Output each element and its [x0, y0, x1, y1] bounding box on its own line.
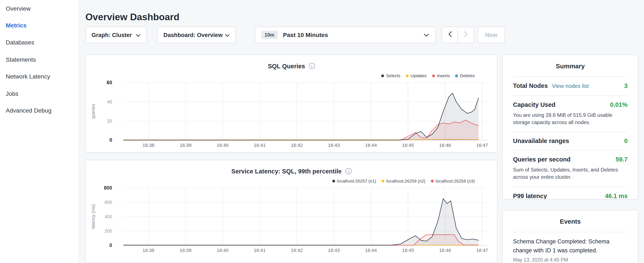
- legend-dot-icon: [406, 74, 409, 77]
- summary-row-label: Unavailable ranges: [513, 137, 569, 145]
- summary-row: Capacity Used0.01%You are using 28.6 MiB…: [513, 96, 628, 132]
- summary-row: Queries per second59.7Sum of Selects, Up…: [513, 151, 628, 187]
- time-step-buttons: [442, 27, 474, 43]
- info-icon[interactable]: i: [309, 63, 315, 69]
- summary-title: Summary: [513, 55, 628, 77]
- events-title: Events: [513, 210, 628, 232]
- svg-text:queries: queries: [91, 104, 96, 119]
- event-item[interactable]: Schema Change Completed: Schema change w…: [513, 237, 628, 263]
- time-range-dropdown[interactable]: 10m Past 10 Minutes: [255, 27, 436, 43]
- svg-text:16:45: 16:45: [402, 143, 414, 148]
- svg-text:200: 200: [104, 228, 112, 234]
- sidebar-item-overview[interactable]: Overview: [0, 0, 78, 17]
- time-step-forward-button[interactable]: [458, 27, 474, 43]
- graph-dropdown[interactable]: Graph: Cluster: [86, 27, 147, 43]
- sidebar-item-network-latency[interactable]: Network Latency: [0, 68, 78, 85]
- legend-item[interactable]: Selects: [381, 73, 400, 78]
- summary-row: P99 latency46.1 ms: [513, 187, 628, 199]
- legend-dot-icon: [382, 179, 384, 182]
- svg-text:0: 0: [109, 137, 112, 143]
- svg-text:16:46: 16:46: [439, 248, 451, 253]
- svg-text:16:47: 16:47: [476, 248, 488, 253]
- dashboard-dropdown-label: Dashboard: Overview: [164, 32, 222, 38]
- summary-row-label: Capacity Used: [513, 101, 556, 109]
- legend-item[interactable]: localhost:26258 (n3): [431, 178, 475, 183]
- page-title: Overview Dashboard: [86, 12, 180, 23]
- svg-text:16:39: 16:39: [180, 248, 192, 253]
- time-step-back-button[interactable]: [442, 27, 458, 43]
- legend-label: localhost:26258 (n3): [436, 178, 475, 183]
- svg-text:16:43: 16:43: [328, 143, 340, 148]
- summary-row-value: 59.7: [616, 156, 628, 163]
- svg-text:16:40: 16:40: [217, 143, 228, 148]
- legend-label: localhost:26257 (n1): [337, 178, 376, 183]
- legend-item[interactable]: localhost:26259 (n2): [382, 178, 426, 183]
- summary-row-label: P99 latency: [513, 192, 547, 199]
- chart-legend: localhost:26257 (n1)localhost:26259 (n2)…: [332, 178, 475, 183]
- svg-text:16:46: 16:46: [439, 143, 451, 148]
- legend-label: localhost:26259 (n2): [386, 178, 426, 183]
- svg-text:20: 20: [107, 119, 112, 124]
- chevron-down-icon: [136, 32, 140, 38]
- service-latency-chart-card: Service Latency: SQL, 99th percentile i …: [86, 160, 498, 262]
- time-range-label: Past 10 Minutes: [283, 32, 424, 38]
- summary-row-value: 0.01%: [610, 101, 628, 109]
- graph-dropdown-label: Graph: Cluster: [92, 32, 132, 38]
- svg-text:16:40: 16:40: [217, 248, 228, 253]
- svg-text:400: 400: [104, 214, 112, 219]
- svg-text:16:42: 16:42: [291, 248, 303, 253]
- legend-item[interactable]: localhost:26257 (n1): [332, 178, 376, 183]
- event-text: Schema Change Completed: Schema change w…: [513, 237, 628, 255]
- svg-text:60: 60: [107, 80, 112, 85]
- summary-panel: Summary Total NodesView nodes list3Capac…: [502, 55, 638, 199]
- dashboard-dropdown[interactable]: Dashboard: Overview: [157, 27, 236, 43]
- legend-label: Updates: [410, 73, 427, 78]
- sql-queries-chart[interactable]: 020406016:3816:3916:4016:4116:4216:4316:…: [86, 78, 498, 151]
- info-icon[interactable]: i: [345, 168, 352, 174]
- svg-text:16:41: 16:41: [254, 143, 266, 148]
- legend-label: Selects: [386, 73, 400, 78]
- sidebar-item-advanced-debug[interactable]: Advanced Debug: [0, 102, 78, 119]
- service-latency-chart[interactable]: 020040060080016:3816:3916:4016:4116:4216…: [86, 183, 498, 256]
- svg-text:16:44: 16:44: [365, 248, 377, 253]
- time-range-badge: 10m: [261, 31, 278, 39]
- svg-text:16:38: 16:38: [143, 248, 154, 253]
- legend-dot-icon: [431, 179, 434, 182]
- summary-row: Unavailable ranges0: [513, 132, 628, 151]
- app-root: OverviewMetricsDatabasesStatementsNetwor…: [0, 0, 644, 263]
- summary-row-value: 3: [624, 82, 628, 90]
- chevron-right-icon: [464, 31, 468, 39]
- legend-item[interactable]: Deletes: [455, 73, 475, 78]
- legend-dot-icon: [381, 74, 384, 77]
- now-button[interactable]: Now: [478, 27, 505, 43]
- sql-queries-chart-card: SQL Queries i SelectsUpdatesInsertsDelet…: [86, 55, 498, 153]
- svg-text:600: 600: [104, 200, 112, 205]
- sidebar-item-databases[interactable]: Databases: [0, 34, 78, 51]
- legend-dot-icon: [432, 74, 435, 77]
- chevron-down-icon: [225, 32, 230, 38]
- legend-dot-icon: [455, 74, 458, 77]
- svg-text:0: 0: [109, 242, 112, 248]
- summary-row-value: 46.1 ms: [605, 192, 628, 199]
- view-nodes-link[interactable]: View nodes list: [552, 83, 589, 90]
- legend-item[interactable]: Inserts: [432, 73, 450, 78]
- sidebar-item-jobs[interactable]: Jobs: [0, 85, 78, 102]
- legend-label: Inserts: [437, 73, 450, 78]
- event-time: May 13, 2020 at 4:45 PM: [513, 257, 628, 263]
- summary-rows: Total NodesView nodes list3Capacity Used…: [513, 77, 628, 199]
- chevron-left-icon: [448, 31, 452, 39]
- sidebar-item-metrics[interactable]: Metrics: [0, 17, 78, 34]
- svg-text:16:39: 16:39: [180, 143, 192, 148]
- sidebar-nav: OverviewMetricsDatabasesStatementsNetwor…: [0, 0, 78, 263]
- legend-item[interactable]: Updates: [406, 73, 427, 78]
- svg-text:16:43: 16:43: [328, 248, 340, 253]
- chart-title: SQL Queries: [268, 63, 305, 70]
- svg-text:800: 800: [104, 185, 112, 191]
- svg-text:16:38: 16:38: [143, 143, 154, 148]
- sidebar-item-statements[interactable]: Statements: [0, 51, 78, 68]
- summary-row-label: Total Nodes: [513, 82, 548, 90]
- legend-dot-icon: [332, 179, 335, 182]
- summary-row: Total NodesView nodes list3: [513, 77, 628, 96]
- summary-row-label: Queries per second: [513, 156, 571, 163]
- svg-text:16:41: 16:41: [254, 248, 266, 253]
